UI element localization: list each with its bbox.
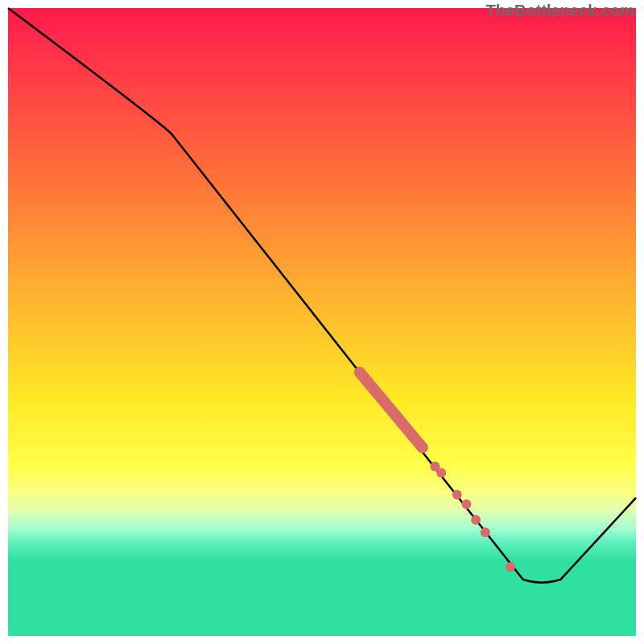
highlight-point	[481, 527, 490, 537]
bottleneck-curve	[8, 8, 636, 583]
highlight-point	[461, 499, 471, 509]
highlight-point	[452, 490, 462, 500]
marker-group	[360, 372, 515, 572]
highlight-segment	[360, 372, 423, 448]
highlight-point	[506, 562, 515, 572]
highlight-point	[436, 468, 446, 477]
chart-overlay-svg	[0, 0, 644, 644]
chart-container: TheBottleneck.com	[0, 0, 644, 644]
highlight-point	[471, 515, 481, 525]
